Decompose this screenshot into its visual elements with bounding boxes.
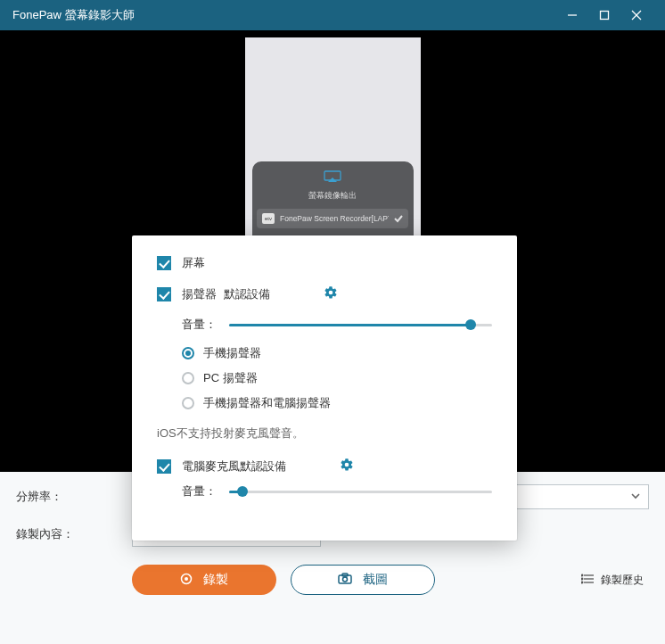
check-icon: [394, 211, 403, 227]
apple-tv-icon: etv: [262, 213, 275, 224]
window-title: FonePaw 螢幕錄影大師: [12, 7, 556, 23]
svg-rect-1: [601, 12, 609, 20]
airplay-sheet: 螢幕鏡像輸出 etv FonePaw Screen Recorder[LAPTO: [252, 161, 414, 238]
record-button-label: 錄製: [203, 572, 228, 588]
speaker-volume-slider[interactable]: [229, 317, 492, 333]
svg-point-14: [581, 574, 583, 576]
close-button[interactable]: [620, 0, 653, 30]
speaker-volume-label: 音量：: [182, 317, 217, 333]
svg-point-16: [581, 582, 583, 583]
speaker-label: 揚聲器: [182, 286, 217, 302]
speaker-option-both[interactable]: 手機揚聲器和電腦揚聲器: [182, 395, 492, 411]
mic-checkbox[interactable]: [157, 459, 171, 474]
record-button[interactable]: 錄製: [132, 565, 276, 595]
mirroring-target-row[interactable]: etv FonePaw Screen Recorder[LAPTO: [257, 209, 408, 228]
speaker-option-pc[interactable]: PC 揚聲器: [182, 370, 492, 386]
radio-label: 手機揚聲器: [203, 345, 261, 361]
mic-label: 電腦麥克風默認設備: [182, 458, 286, 475]
radio-on-icon: [182, 347, 194, 359]
speaker-checkbox[interactable]: [157, 287, 171, 301]
svg-point-9: [343, 577, 348, 582]
screen-checkbox-label: 屏幕: [182, 255, 205, 271]
screenshot-button-label: 截圖: [363, 572, 388, 588]
svg-point-15: [581, 578, 583, 580]
resolution-label: 分辨率：: [16, 489, 132, 505]
history-label: 錄製歷史: [601, 573, 644, 588]
speaker-device: 默認設備: [224, 286, 270, 302]
ios-mic-note: iOS不支持投射麥克風聲音。: [157, 425, 492, 442]
radio-label: PC 揚聲器: [203, 370, 258, 386]
radio-off-icon: [182, 397, 194, 409]
camera-icon: [338, 573, 352, 588]
mic-volume-slider[interactable]: [229, 483, 492, 500]
mic-settings-icon[interactable]: [340, 458, 354, 475]
minimize-button[interactable]: [556, 0, 588, 30]
radio-off-icon: [182, 372, 194, 384]
mic-volume-label: 音量：: [182, 483, 217, 500]
radio-label: 手機揚聲器和電腦揚聲器: [203, 395, 331, 411]
speaker-settings-icon[interactable]: [324, 285, 338, 302]
svg-point-7: [185, 577, 188, 581]
history-button[interactable]: 錄製歷史: [581, 573, 649, 588]
record-icon: [180, 573, 193, 588]
screenshot-button[interactable]: 截圖: [291, 565, 435, 595]
record-content-label: 錄製內容：: [16, 526, 132, 542]
speaker-option-phone[interactable]: 手機揚聲器: [182, 345, 492, 361]
screen-checkbox[interactable]: [157, 256, 171, 270]
maximize-button[interactable]: [588, 0, 620, 30]
chevron-down-icon: [630, 491, 641, 504]
sheet-title: 螢幕鏡像輸出: [308, 190, 357, 202]
record-content-popover: 屏幕 揚聲器 默認設備 音量： 手機揚聲器 PC 揚聲器 手機揚聲器和電腦揚聲器…: [132, 235, 517, 541]
mirroring-target-label: FonePaw Screen Recorder[LAPTO: [280, 214, 389, 223]
screen-mirror-icon: [324, 170, 341, 186]
list-icon: [581, 574, 594, 587]
device-preview: 螢幕鏡像輸出 etv FonePaw Screen Recorder[LAPTO: [245, 37, 421, 238]
